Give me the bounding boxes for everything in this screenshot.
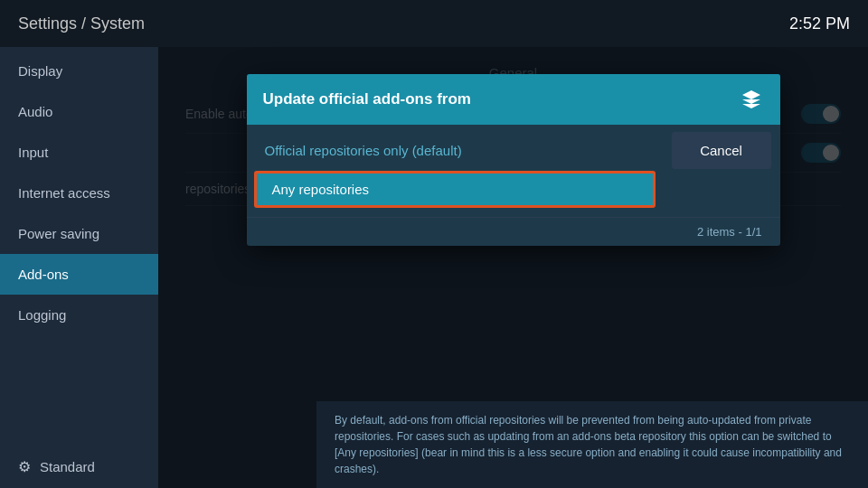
info-text: By default, add-ons from official reposi… xyxy=(335,414,842,475)
header: Settings / System 2:52 PM xyxy=(0,0,868,47)
item-count: 2 items - 1/1 xyxy=(697,225,762,239)
modal-header: Update official add-ons from xyxy=(247,74,780,125)
info-bar: By default, add-ons from official reposi… xyxy=(316,401,868,488)
profile-label: Standard xyxy=(40,459,95,474)
sidebar-item-power-saving[interactable]: Power saving xyxy=(0,213,158,254)
sidebar-item-display[interactable]: Display xyxy=(0,51,158,91)
sidebar-item-input[interactable]: Input xyxy=(0,132,158,173)
gear-icon: ⚙ xyxy=(18,458,31,475)
sidebar-footer: ⚙ Standard xyxy=(0,446,158,488)
layout: Display Audio Input Internet access Powe… xyxy=(0,47,868,488)
modal-title: Update official add-ons from xyxy=(263,90,471,108)
modal-footer: 2 items - 1/1 xyxy=(247,217,780,246)
modal-actions: Cancel xyxy=(663,125,780,217)
sidebar: Display Audio Input Internet access Powe… xyxy=(0,47,158,488)
kodi-icon xyxy=(739,87,764,112)
sidebar-item-logging[interactable]: Logging xyxy=(0,295,158,335)
modal-body: Official repositories only (default) Any… xyxy=(247,125,780,217)
list-item-official[interactable]: Official repositories only (default) xyxy=(247,132,663,169)
main-content: General Enable auto updates automaticall… xyxy=(158,47,868,488)
list-item-any[interactable]: Any repositories xyxy=(254,171,656,208)
page-title: Settings / System xyxy=(18,14,145,33)
cancel-button[interactable]: Cancel xyxy=(672,132,771,169)
sidebar-item-audio[interactable]: Audio xyxy=(0,91,158,132)
sidebar-item-addons[interactable]: Add-ons xyxy=(0,254,158,295)
sidebar-item-internet-access[interactable]: Internet access xyxy=(0,173,158,213)
modal-dialog: Update official add-ons from Official re… xyxy=(247,74,780,246)
modal-list: Official repositories only (default) Any… xyxy=(247,125,663,217)
clock: 2:52 PM xyxy=(789,14,850,33)
